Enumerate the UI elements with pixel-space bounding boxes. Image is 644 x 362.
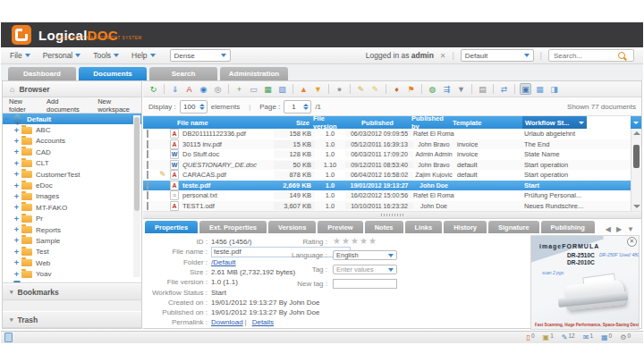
details-tab-notes[interactable]: Notes bbox=[365, 221, 403, 233]
download-icon[interactable]: ⇓ bbox=[169, 83, 181, 95]
panel-resize-handle[interactable] bbox=[143, 212, 641, 219]
search-icon[interactable] bbox=[618, 52, 625, 59]
tab-search[interactable]: Search bbox=[149, 67, 217, 80]
stepper-arrows-icon[interactable] bbox=[303, 104, 309, 110]
details-tab-links[interactable]: Links bbox=[405, 221, 443, 233]
tree-item-customertest[interactable]: +CustomerTest bbox=[3, 169, 141, 180]
column-header-template[interactable]: Template bbox=[453, 116, 522, 129]
stamp-icon[interactable]: ♦ bbox=[391, 83, 402, 95]
annotate-icon[interactable]: ✎ bbox=[369, 83, 381, 95]
new-workspace-button[interactable]: New workspace bbox=[97, 97, 141, 114]
column-header-size[interactable]: Size bbox=[272, 116, 313, 129]
tree-expand-icon[interactable]: + bbox=[13, 170, 21, 179]
tree-expand-icon[interactable]: + bbox=[13, 215, 21, 223]
document-row[interactable]: A30115 inv.pdf15 KB1.005/12/2011 16:39:1… bbox=[143, 139, 631, 150]
tree-item-default[interactable]: −Default bbox=[3, 114, 141, 124]
logout-icon[interactable]: ✕ bbox=[440, 52, 446, 60]
trash-section[interactable]: ▾ Trash bbox=[3, 311, 141, 328]
browser-panel-header[interactable]: ⌂ Browser bbox=[3, 81, 141, 97]
events-indicator[interactable]: ⚙0 bbox=[620, 333, 631, 341]
language-select[interactable]: English bbox=[333, 250, 397, 260]
tree-scrollbar-thumb[interactable] bbox=[134, 117, 140, 211]
tree-item-mt-fako[interactable]: +MT-FAKO bbox=[3, 202, 141, 213]
close-icon[interactable]: ✕ bbox=[627, 237, 637, 247]
details-tab-signature[interactable]: Signature bbox=[488, 221, 539, 233]
document-row[interactable]: ATEST1.odf3,607 KB1.010/10/2011 16:23:32… bbox=[143, 201, 631, 212]
document-row[interactable]: WQUESTIONARY_DE.doc50 KB1.1009/12/2011 0… bbox=[143, 160, 631, 171]
document-row[interactable]: WDo Stuff.doc128 KB1.006/03/2011 17:09:2… bbox=[143, 149, 631, 160]
star-icon[interactable]: ★ bbox=[342, 236, 351, 246]
refresh-icon[interactable]: ↻ bbox=[148, 83, 159, 95]
menu-tools[interactable]: Tools bbox=[93, 51, 119, 60]
tree-expand-icon[interactable]: + bbox=[13, 192, 21, 201]
add-document-icon[interactable]: + bbox=[233, 83, 245, 95]
view-gallery-icon[interactable]: ▦ bbox=[534, 83, 546, 95]
tree-expand-icon[interactable]: + bbox=[13, 159, 21, 168]
document-row[interactable]: ≡personal.txt149 KB1.016/02/2012 15:00:5… bbox=[143, 190, 631, 201]
tree-expand-icon[interactable]: + bbox=[13, 203, 21, 212]
tree-item-edoc[interactable]: +eDoc bbox=[3, 180, 141, 190]
view-preview-icon[interactable]: ◨ bbox=[548, 83, 560, 95]
details-tab-preview[interactable]: Preview bbox=[318, 221, 362, 233]
locked-documents-indicator[interactable]: ▣1 bbox=[543, 333, 554, 341]
external-link-icon[interactable]: ◍ bbox=[427, 83, 438, 95]
tree-item-accounts[interactable]: +Accounts bbox=[3, 136, 141, 147]
tree-item-sample[interactable]: +Sample bbox=[3, 235, 141, 246]
print-icon[interactable]: ▤ bbox=[477, 83, 488, 95]
star-icon[interactable]: ★ bbox=[333, 236, 342, 246]
scan-icon[interactable]: ▭ bbox=[248, 83, 259, 95]
new-folder-button[interactable]: New folder bbox=[9, 97, 38, 114]
export-archive-icon[interactable]: ▧ bbox=[276, 83, 288, 95]
rating-stars[interactable]: ★★★★★ bbox=[333, 236, 377, 246]
document-row[interactable]: ADB201111122336.pdf158 KB1.006/03/2012 0… bbox=[143, 129, 631, 139]
checkout-icon[interactable]: ▲ bbox=[298, 83, 309, 95]
column-header-published[interactable]: Published bbox=[343, 116, 411, 129]
column-header-file-version[interactable]: File version bbox=[313, 116, 343, 129]
tree-item-reports[interactable]: +Reports bbox=[3, 224, 141, 235]
scroll-up-icon[interactable] bbox=[633, 131, 640, 135]
stepper-arrows-icon[interactable] bbox=[199, 104, 205, 110]
tree-expand-icon[interactable]: + bbox=[13, 258, 21, 267]
workspace-select[interactable]: Default bbox=[461, 49, 534, 62]
snapshot-icon[interactable]: ◎ bbox=[212, 83, 224, 95]
add-documents-button[interactable]: Add documents bbox=[47, 97, 89, 114]
filter-icon[interactable]: ▼ bbox=[455, 83, 467, 95]
star-icon[interactable]: ★ bbox=[360, 236, 369, 246]
tree-expand-icon[interactable]: + bbox=[13, 126, 21, 135]
details-tab-ext-properties[interactable]: Ext. Properties bbox=[199, 221, 267, 233]
column-picker-button[interactable] bbox=[631, 116, 641, 129]
document-row[interactable]: Ateste.pdf2,669 KB1.019/01/2012 19:13:27… bbox=[143, 181, 631, 191]
tree-expand-icon[interactable]: + bbox=[13, 270, 21, 279]
import-icon[interactable]: ▦ bbox=[262, 83, 274, 95]
tree-item-cad[interactable]: +CAD bbox=[3, 147, 141, 157]
ticket-icon[interactable]: ◉ bbox=[198, 83, 209, 95]
checked-out-documents-indicator[interactable]: ✎12 bbox=[562, 333, 575, 341]
tree-item-logicaldoc-mobile[interactable]: LogicalDOC Mobile bbox=[3, 280, 141, 283]
tree-item-abc[interactable]: +ABC bbox=[3, 124, 141, 135]
scroll-down-icon[interactable] bbox=[633, 205, 640, 208]
tab-administration[interactable]: Administration bbox=[220, 67, 288, 80]
tab-dashboard[interactable]: Dashboard bbox=[8, 67, 76, 80]
page-stepper[interactable]: 1 bbox=[284, 100, 311, 114]
star-icon[interactable]: ★ bbox=[351, 236, 360, 246]
tab-menu-icon[interactable]: ▼ bbox=[627, 225, 634, 233]
workflow-tasks-indicator[interactable]: ▦0 bbox=[601, 333, 612, 341]
column-header-workflow-status[interactable]: Workflow St... bbox=[522, 116, 587, 129]
new-tag-input[interactable] bbox=[333, 279, 397, 289]
tree-item-pr[interactable]: +Pr bbox=[3, 214, 141, 224]
tree-expand-icon[interactable]: + bbox=[13, 147, 21, 156]
star-icon[interactable]: ★ bbox=[369, 236, 377, 246]
column-header-published-by[interactable]: Published by bbox=[411, 116, 453, 129]
view-list-icon[interactable]: ▣ bbox=[520, 83, 531, 95]
tree-item-clt[interactable]: +CLT bbox=[3, 158, 141, 169]
subscribe-icon[interactable]: ⚑ bbox=[405, 83, 417, 95]
tree-item-web[interactable]: +Web bbox=[3, 257, 141, 268]
clipboard-indicator[interactable]: ▯0 bbox=[527, 333, 535, 341]
tree-expand-icon[interactable]: + bbox=[13, 248, 21, 257]
display-count-stepper[interactable]: 100 bbox=[180, 100, 208, 114]
export-pdf-icon[interactable]: A bbox=[183, 83, 195, 95]
details-tab-properties[interactable]: Properties bbox=[145, 221, 198, 233]
tab-scroll-left-icon[interactable]: ◀ bbox=[606, 225, 611, 233]
download-link[interactable]: Download bbox=[211, 318, 243, 326]
tree-item-yoav[interactable]: +Yoav bbox=[3, 268, 141, 279]
